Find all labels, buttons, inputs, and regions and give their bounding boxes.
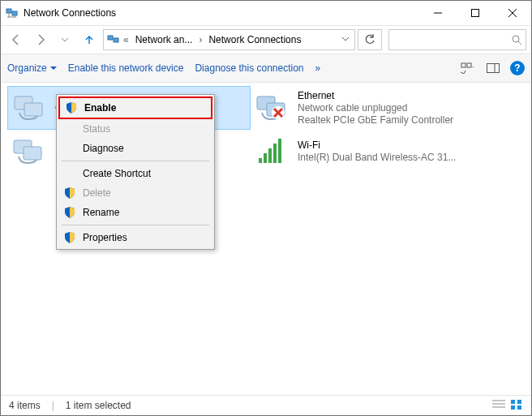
svg-rect-34 bbox=[511, 400, 515, 404]
up-button[interactable] bbox=[79, 29, 100, 50]
refresh-button[interactable] bbox=[358, 29, 382, 50]
help-button[interactable]: ? bbox=[510, 61, 525, 75]
view-options-button[interactable] bbox=[458, 60, 476, 76]
svg-rect-18 bbox=[24, 103, 42, 116]
separator bbox=[62, 161, 209, 161]
svg-rect-14 bbox=[467, 63, 471, 67]
svg-rect-13 bbox=[461, 63, 466, 67]
enable-device-button[interactable]: Enable this network device bbox=[68, 62, 184, 74]
svg-rect-15 bbox=[487, 64, 500, 73]
svg-rect-6 bbox=[472, 10, 479, 17]
item-count: 4 items bbox=[9, 400, 41, 411]
svg-rect-1 bbox=[12, 11, 17, 15]
address-dropdown[interactable] bbox=[338, 34, 353, 45]
shield-icon bbox=[63, 187, 76, 199]
titlebar: Network Connections bbox=[1, 1, 531, 25]
organize-menu[interactable]: Organize bbox=[7, 62, 57, 74]
ctx-diagnose[interactable]: Diagnose bbox=[58, 139, 212, 158]
breadcrumb-parent[interactable]: Network an... bbox=[131, 34, 198, 45]
ctx-delete: Delete bbox=[58, 183, 212, 203]
view-details-icon[interactable] bbox=[492, 399, 505, 413]
shield-icon bbox=[63, 231, 76, 244]
svg-rect-36 bbox=[511, 405, 515, 410]
minimize-button[interactable] bbox=[419, 1, 457, 25]
svg-rect-27 bbox=[264, 153, 267, 163]
ctx-rename[interactable]: Rename bbox=[58, 203, 212, 222]
adapter-name: Wi-Fi bbox=[298, 139, 456, 152]
adapter-icon bbox=[254, 92, 293, 124]
ctx-status: Status bbox=[58, 119, 212, 139]
svg-rect-37 bbox=[517, 405, 521, 410]
recent-dropdown[interactable] bbox=[54, 29, 75, 50]
network-connections-window: Network Connections « Network an... › Ne… bbox=[0, 0, 532, 416]
chevron-right-icon: › bbox=[197, 34, 204, 45]
preview-pane-button[interactable] bbox=[484, 60, 502, 76]
svg-rect-26 bbox=[259, 158, 262, 163]
selection-count: 1 item selected bbox=[66, 400, 131, 411]
wifi-icon bbox=[254, 135, 293, 168]
search-input[interactable] bbox=[388, 29, 526, 50]
breadcrumb-current[interactable]: Network Connections bbox=[204, 34, 306, 45]
svg-rect-10 bbox=[114, 38, 118, 42]
back-button[interactable] bbox=[6, 29, 27, 50]
adapter-icon bbox=[11, 92, 50, 124]
window-title: Network Connections bbox=[24, 7, 116, 19]
adapter-ethernet[interactable]: Ethernet Network cable unplugged Realtek… bbox=[251, 86, 494, 130]
svg-rect-25 bbox=[24, 147, 41, 160]
status-bar: 4 items | 1 item selected bbox=[1, 395, 531, 415]
diagnose-button[interactable]: Diagnose this connection bbox=[195, 62, 303, 74]
adapter-device: Intel(R) Dual Band Wireless-AC 31... bbox=[298, 152, 456, 164]
ctx-enable[interactable]: Enable bbox=[58, 96, 212, 119]
content-area: Cisco AnyConnect Secure Mobility Etherne… bbox=[1, 83, 531, 395]
ctx-properties[interactable]: Properties bbox=[58, 228, 212, 247]
svg-line-12 bbox=[518, 41, 521, 45]
address-bar: « Network an... › Network Connections bbox=[1, 25, 531, 54]
separator bbox=[62, 225, 209, 225]
svg-point-11 bbox=[513, 36, 519, 42]
svg-rect-0 bbox=[6, 9, 11, 13]
close-button[interactable] bbox=[494, 1, 531, 25]
maximize-button[interactable] bbox=[457, 1, 494, 25]
command-bar: Organize Enable this network device Diag… bbox=[1, 54, 531, 83]
context-menu: Enable Status Diagnose Create Shortcut D… bbox=[56, 94, 215, 250]
svg-rect-35 bbox=[517, 400, 521, 404]
svg-rect-29 bbox=[273, 144, 277, 163]
adapter-name: Ethernet bbox=[298, 90, 453, 102]
forward-button[interactable] bbox=[30, 29, 51, 50]
chevron-left-icon: « bbox=[122, 34, 131, 45]
adapter-device: Realtek PCIe GbE Family Controller bbox=[298, 114, 453, 127]
adapter-status: Network cable unplugged bbox=[298, 102, 453, 114]
app-icon bbox=[6, 6, 19, 19]
shield-icon bbox=[63, 206, 76, 219]
svg-rect-9 bbox=[108, 36, 113, 40]
ctx-shortcut[interactable]: Create Shortcut bbox=[58, 164, 212, 183]
adapter-icon bbox=[11, 135, 49, 168]
search-icon bbox=[511, 34, 522, 45]
shield-icon bbox=[65, 101, 78, 114]
location-icon bbox=[107, 33, 120, 46]
breadcrumb[interactable]: « Network an... › Network Connections bbox=[103, 29, 355, 50]
view-large-icon[interactable] bbox=[510, 399, 523, 413]
adapter-wifi[interactable]: Wi-Fi Intel(R) Dual Band Wireless-AC 31.… bbox=[251, 130, 494, 174]
svg-rect-30 bbox=[278, 139, 281, 163]
overflow-button[interactable]: » bbox=[315, 62, 321, 74]
svg-rect-28 bbox=[268, 148, 272, 163]
